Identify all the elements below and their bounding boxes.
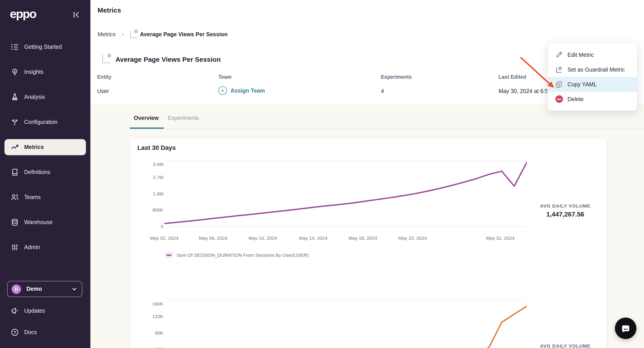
database-icon — [10, 218, 19, 227]
axis-tick-label: 0 — [136, 224, 163, 229]
axis-tick-label: May 02, 2024 — [142, 235, 186, 241]
plus-circle-icon: + — [218, 86, 227, 95]
axis-tick-label: 2.7M — [136, 174, 163, 180]
entity-value: User — [97, 88, 109, 94]
axis-tick-label: May 22, 2024 — [390, 235, 435, 241]
menu-item-edit-metric[interactable]: Edit Metric — [548, 47, 637, 62]
workspace-switcher[interactable]: D Demo — [7, 281, 82, 297]
sidebar-item-definitions[interactable]: Definitions — [4, 164, 86, 180]
sidebar-item-admin[interactable]: Admin — [4, 239, 86, 255]
axis-tick-label: 40K — [136, 347, 163, 348]
card-title: Last 30 Days — [138, 144, 176, 151]
sidebar-item-getting-started[interactable]: Getting Started — [4, 39, 86, 55]
people-icon — [10, 193, 19, 202]
avg-daily-volume-value: 1,447,267.56 — [516, 211, 614, 218]
sidebar-item-label: Definitions — [24, 169, 50, 175]
axis-tick-label: 3.6M — [136, 161, 163, 167]
sidebar: eppo Getting Started Insights Analysis C… — [0, 0, 90, 348]
sidebar-item-warehouse[interactable]: Warehouse — [4, 214, 86, 230]
sidebar-item-configuration[interactable]: Configuration — [4, 114, 86, 130]
metric-gear-icon: ⚙ — [102, 55, 110, 63]
axis-tick-label: May 14, 2024 — [291, 235, 336, 241]
metric-gear-icon: ⚙ — [130, 31, 137, 38]
sidebar-item-docs[interactable]: ? Docs — [4, 324, 86, 341]
metric-title: Average Page Views Per Session — [116, 55, 221, 63]
sidebar-item-label: Teams — [24, 194, 41, 200]
sidebar-item-label: Analysis — [24, 94, 45, 100]
menu-item-copy-yaml[interactable]: Copy YAML — [548, 77, 637, 92]
eppo-logo: eppo — [10, 7, 36, 21]
collapse-sidebar-button[interactable] — [72, 10, 82, 20]
breadcrumb-root-link[interactable]: Metrics — [98, 31, 116, 37]
axis-tick-label: 900K — [136, 207, 163, 213]
sliders-icon — [10, 243, 19, 252]
field-label-entity: Entity — [97, 74, 112, 80]
breadcrumb: Metrics › ⚙ Average Page Views Per Sessi… — [98, 21, 228, 47]
avg-daily-volume-block-2: AVG DAILY VOLUME — [516, 343, 614, 348]
menu-item-delete[interactable]: Delete — [548, 92, 637, 106]
chevron-down-icon — [71, 286, 78, 292]
sidebar-item-teams[interactable]: Teams — [4, 189, 86, 205]
sidebar-item-label: Insights — [24, 69, 44, 75]
avg-daily-volume-label: AVG DAILY VOLUME — [516, 203, 614, 208]
sidebar-item-metrics[interactable]: Metrics — [4, 139, 86, 155]
tab-overview[interactable]: Overview — [130, 111, 164, 125]
chart-line-icon — [10, 143, 19, 152]
sidebar-item-updates[interactable]: Updates — [4, 303, 86, 319]
axis-tick-label: May 18, 2024 — [340, 235, 385, 241]
chevron-right-icon: › — [122, 31, 124, 37]
workspace-name: Demo — [26, 286, 71, 292]
collapse-icon — [72, 10, 82, 20]
lightbulb-icon — [10, 67, 19, 76]
menu-item-set-guardrail[interactable]: Set as Guardrail Metric — [548, 62, 637, 77]
sidebar-item-label: Getting Started — [24, 44, 62, 50]
book-icon — [10, 168, 19, 177]
axis-tick-label: 120K — [136, 314, 163, 319]
sidebar-item-label: Warehouse — [24, 219, 52, 225]
sidebar-item-label: Docs — [24, 329, 37, 336]
sidebar-item-label: Admin — [24, 244, 40, 251]
sidebar-item-label: Updates — [24, 308, 45, 314]
chart1-legend: Sum Of SESSION_DURATION From Sessions By… — [165, 252, 308, 258]
list-icon — [10, 42, 19, 51]
flask-icon — [10, 93, 19, 101]
sidebar-item-insights[interactable]: Insights — [4, 64, 86, 80]
experiments-value: 4 — [381, 88, 384, 94]
last-30-days-card: Last 30 Days Sum Of SESSION_DURATION Fro… — [130, 138, 607, 348]
axis-tick-label: 1.8M — [136, 191, 163, 196]
megaphone-icon — [10, 306, 19, 315]
axis-tick-label: 160K — [136, 301, 163, 306]
delete-minus-icon — [555, 95, 563, 103]
tab-experiments[interactable]: Experiments — [164, 111, 203, 125]
more-actions-menu: Edit Metric Set as Guardrail Metric Copy… — [547, 42, 637, 111]
field-label-experiments: Experiments — [381, 74, 412, 80]
tab-divider — [130, 128, 644, 129]
page-title: Metrics — [98, 6, 121, 14]
branch-icon — [10, 118, 19, 127]
session-duration-line-chart[interactable] — [164, 156, 527, 229]
axis-tick-label: 80K — [136, 330, 163, 335]
tab-bar: Overview Experiments — [130, 111, 203, 125]
assign-team-button[interactable]: + Assign Team — [218, 86, 265, 95]
avg-daily-volume-label-2: AVG DAILY VOLUME — [516, 343, 614, 348]
axis-tick-label: May 06, 2024 — [191, 235, 236, 241]
help-icon: ? — [10, 328, 19, 337]
workspace-avatar: D — [12, 284, 21, 294]
sidebar-item-label: Configuration — [24, 119, 58, 125]
active-tab-underline — [130, 127, 164, 129]
sidebar-item-label: Metrics — [24, 144, 44, 150]
chat-bubble-icon — [620, 323, 631, 334]
breadcrumb-current: Average Page Views Per Session — [140, 31, 228, 37]
chat-launcher-button[interactable] — [615, 318, 636, 339]
sidebar-item-analysis[interactable]: Analysis — [4, 89, 86, 105]
app-window: eppo Getting Started Insights Analysis C… — [0, 0, 644, 348]
daily-volume-line-chart[interactable] — [164, 295, 527, 348]
legend-label: Sum Of SESSION_DURATION From Sessions By… — [177, 252, 308, 258]
title-bar: Metrics — [90, 0, 644, 22]
field-label-team: Team — [218, 74, 231, 80]
svg-text:?: ? — [14, 330, 16, 335]
axis-tick-label: May 10, 2024 — [240, 235, 285, 241]
avg-daily-volume-block: AVG DAILY VOLUME 1,447,267.56 — [516, 203, 614, 218]
annotation-arrow-icon — [515, 53, 560, 94]
axis-tick-label: May 31, 2024 — [478, 235, 523, 241]
